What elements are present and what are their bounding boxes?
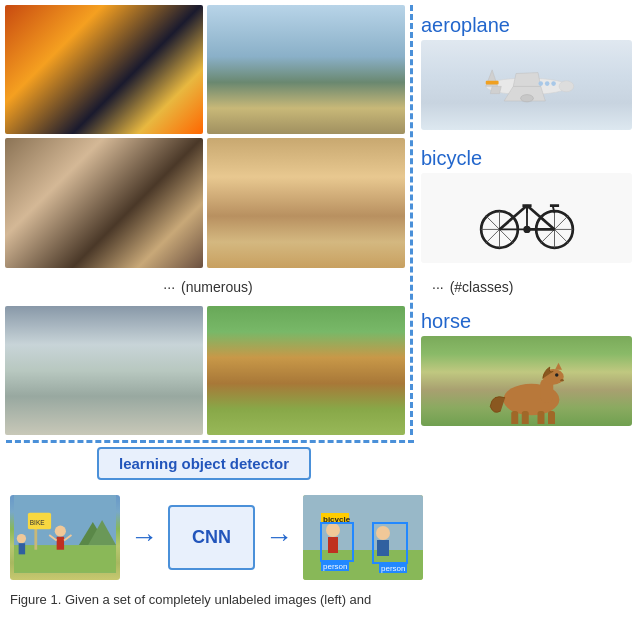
aeroplane-svg <box>472 57 582 112</box>
dots-classes-label: (#classes) <box>450 279 514 295</box>
svg-rect-37 <box>537 411 544 424</box>
svg-rect-10 <box>485 81 498 85</box>
svg-point-1 <box>559 81 574 92</box>
image-cat <box>207 138 405 267</box>
aeroplane-label: aeroplane <box>421 14 510 37</box>
cyclists-svg: BIKE <box>14 495 116 576</box>
svg-point-46 <box>17 533 26 542</box>
svg-text:person: person <box>381 564 405 573</box>
horse-label: horse <box>421 310 471 333</box>
image-train <box>5 306 203 435</box>
top-section: ··· (numerous) aeroplane <box>0 0 640 440</box>
svg-point-9 <box>520 95 533 102</box>
svg-text:BIKE: BIKE <box>30 518 45 525</box>
svg-point-40 <box>560 379 564 382</box>
svg-point-39 <box>555 374 559 378</box>
svg-rect-58 <box>328 537 338 553</box>
svg-rect-60 <box>377 540 389 556</box>
image-horse-jumping <box>207 306 405 435</box>
dots-classes: ··· (#classes) <box>421 272 632 302</box>
detection-scene-svg: bicycle person person <box>303 495 423 580</box>
horse-svg <box>472 354 582 424</box>
arrow-to-cnn: → <box>130 521 158 553</box>
svg-rect-36 <box>521 411 528 424</box>
right-class-panel: aeroplane <box>413 0 640 440</box>
dots-label: (numerous) <box>181 279 253 295</box>
class-horse: horse <box>421 302 632 435</box>
detection-background: bicycle person person <box>303 495 423 580</box>
horse-image <box>421 336 632 426</box>
image-room <box>5 138 203 267</box>
svg-point-30 <box>523 226 530 233</box>
figure-caption: Figure 1. Given a set of completely unla… <box>0 590 640 609</box>
lod-row: learning object detector <box>0 443 640 480</box>
bicycle-svg <box>472 185 582 250</box>
lod-box: learning object detector <box>97 447 311 480</box>
image-times-square <box>5 5 203 134</box>
image-row-3 <box>5 306 405 435</box>
image-airport <box>207 5 405 134</box>
svg-marker-4 <box>513 73 541 87</box>
input-image-cyclists: BIKE <box>10 495 120 580</box>
svg-rect-35 <box>511 411 518 424</box>
svg-rect-49 <box>57 536 64 549</box>
dots-numerous: ··· (numerous) <box>5 272 405 302</box>
svg-point-6 <box>538 81 543 86</box>
aeroplane-image <box>421 40 632 130</box>
svg-line-22 <box>527 206 555 230</box>
caption-text: Figure 1. Given a set of completely unla… <box>10 592 371 607</box>
svg-rect-47 <box>19 543 25 554</box>
image-row-2 <box>5 138 405 267</box>
svg-text:person: person <box>323 562 347 571</box>
svg-rect-42 <box>14 545 116 573</box>
horizontal-divider <box>6 440 414 443</box>
bicycle-label: bicycle <box>421 147 482 170</box>
cnn-box: CNN <box>168 505 255 570</box>
svg-point-48 <box>55 525 66 536</box>
svg-line-21 <box>499 206 527 230</box>
left-image-panel: ··· (numerous) <box>0 0 410 440</box>
svg-marker-5 <box>490 86 501 93</box>
svg-rect-38 <box>548 411 555 424</box>
dots-symbol-2: ··· <box>432 279 444 295</box>
svg-marker-34 <box>555 363 562 370</box>
dots-symbol: ··· <box>163 279 175 295</box>
lod-box-wrapper: learning object detector <box>6 447 402 480</box>
svg-point-7 <box>544 81 549 86</box>
class-bicycle: bicycle <box>421 138 632 271</box>
svg-point-57 <box>326 523 340 537</box>
arrow-from-cnn: → <box>265 521 293 553</box>
bicycle-image <box>421 173 632 263</box>
image-row-1 <box>5 5 405 134</box>
bottom-section: BIKE → CNN → <box>0 480 640 590</box>
class-aeroplane: aeroplane <box>421 5 632 138</box>
svg-point-8 <box>551 81 556 86</box>
main-container: ··· (numerous) aeroplane <box>0 0 640 619</box>
output-image-detections: bicycle person person <box>303 495 423 580</box>
svg-point-59 <box>376 526 390 540</box>
